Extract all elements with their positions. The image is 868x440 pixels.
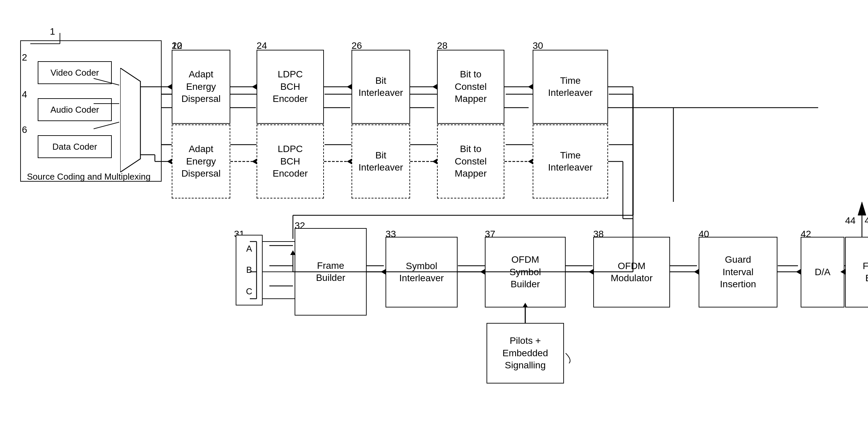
svg-marker-62 [167, 159, 172, 164]
svg-marker-97 [796, 269, 801, 274]
ref-46-label: 46 [865, 215, 868, 226]
svg-marker-58 [167, 84, 172, 90]
front-end-block: Front End [845, 237, 868, 307]
source-coding-box: Video Coder Audio Coder Data Coder [20, 40, 162, 182]
svg-marker-76 [432, 159, 437, 164]
ldpc-bch-1-block: LDPC BCH Encoder [256, 50, 324, 124]
svg-marker-64 [252, 84, 256, 90]
bit-constel-2-block: Bit to Constel Mapper [437, 125, 504, 199]
bit-interleaver-2-block: Bit Interleaver [351, 125, 410, 199]
ofdm-modulator-block: OFDM Modulator [593, 237, 670, 307]
ref-2: 2 [22, 52, 27, 63]
ref-4: 4 [22, 89, 27, 100]
svg-marker-68 [432, 84, 437, 90]
bit-constel-1-block: Bit to Constel Mapper [437, 50, 504, 124]
ref-label-1: 1 [50, 26, 55, 37]
svg-marker-89 [381, 269, 385, 274]
ofdm-symbol-builder-block: OFDM Symbol Builder [485, 237, 566, 307]
adapt-energy-2-block: Adapt Energy Dispersal [172, 125, 230, 199]
guard-interval-block: Guard Interval Insertion [699, 237, 777, 307]
frame-builder-block: Frame Builder [294, 228, 367, 315]
ref-6: 6 [22, 125, 27, 135]
svg-marker-66 [347, 84, 351, 90]
svg-marker-34 [858, 202, 866, 215]
video-coder-block: Video Coder [38, 61, 112, 84]
svg-marker-74 [347, 159, 351, 164]
symbol-interleaver-block: Symbol Interleaver [385, 237, 458, 307]
time-interleaver-1-block: Time Interleaver [533, 50, 608, 124]
da-converter-block: D/A [801, 237, 844, 307]
svg-marker-70 [528, 84, 533, 90]
svg-marker-78 [528, 159, 533, 164]
audio-coder-block: Audio Coder [38, 98, 112, 121]
block-diagram: 1 Video Coder Audio Coder Data Coder Sou… [0, 0, 868, 440]
svg-marker-54 [120, 68, 141, 172]
source-coding-label: Source Coding and Multiplexing [27, 172, 151, 182]
svg-marker-72 [252, 159, 256, 164]
pilots-block: Pilots + Embedded Signalling [487, 323, 564, 383]
time-interleaver-2-block: Time Interleaver [533, 125, 608, 199]
svg-marker-95 [694, 269, 699, 274]
ref-44-label: 44 [845, 215, 856, 226]
abc-input-box: A B C [236, 235, 262, 305]
adapt-energy-1-block: Adapt Energy Dispersal [172, 50, 230, 124]
ldpc-bch-2-block: LDPC BCH Encoder [256, 125, 324, 199]
svg-marker-93 [589, 269, 593, 274]
bit-interleaver-1-block: Bit Interleaver [351, 50, 410, 124]
mux-shape [120, 68, 147, 172]
svg-marker-91 [480, 269, 485, 274]
data-coder-block: Data Coder [38, 135, 112, 158]
